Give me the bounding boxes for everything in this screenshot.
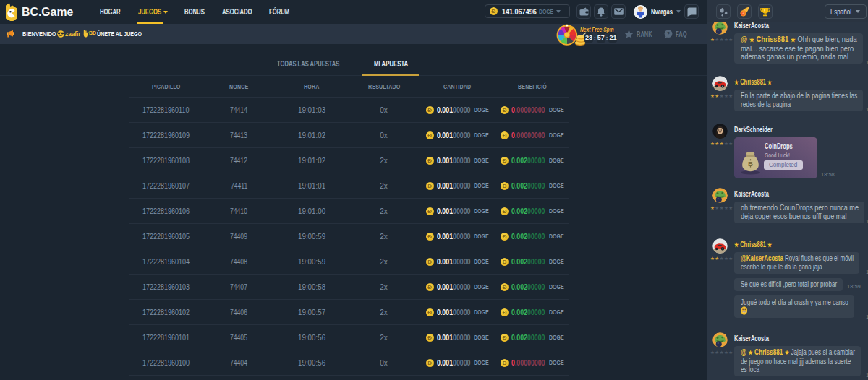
chat-username[interactable]: ★ Chriss881 ★ <box>734 78 773 86</box>
table-row[interactable]: 17222819601097441319:01:020xĐ0.00100000D… <box>129 123 569 148</box>
wallet-icon <box>579 7 589 16</box>
coindrops-completed-button[interactable]: Completed <box>764 160 803 170</box>
bet-hash: 1722281960107 <box>129 182 203 190</box>
bet-hash: 1722281960100 <box>129 359 203 367</box>
coindrops-subtitle: Good Luck! <box>765 152 789 159</box>
bet-time: 19:01:02 <box>276 131 348 139</box>
star-empty-icon: ★ <box>720 350 724 355</box>
chat-avatar[interactable] <box>712 238 728 254</box>
table-row[interactable]: 17222819601047440819:00:592xĐ0.00100000D… <box>129 249 569 275</box>
chat-sidebar: Español ★★★★★KaiserAcosta@ ★ Chriss881 ★… <box>707 0 868 380</box>
star-empty-icon: ★ <box>724 141 728 146</box>
coindrops-card[interactable]: BCoinDropsGood Luck!Completed18:58 <box>734 137 817 178</box>
table-row[interactable]: 17222819601107441419:01:030xĐ0.00100000D… <box>129 98 569 123</box>
balance-currency: DOGE <box>539 7 553 15</box>
doge-coin-icon: Đ <box>501 308 509 316</box>
bet-time: 19:01:01 <box>276 182 348 190</box>
mention[interactable]: @ ★ Chriss881 ★ <box>741 35 796 43</box>
chat-username[interactable]: ★ Chriss881 ★ <box>734 241 773 249</box>
brand-title[interactable]: BC.Game <box>22 5 73 19</box>
column-header: HORA <box>276 83 348 90</box>
chat-avatar[interactable] <box>712 332 728 347</box>
coindrops-title: CoinDrops <box>765 142 793 150</box>
sports-button[interactable] <box>716 4 731 19</box>
bet-time: 19:01:00 <box>276 207 348 215</box>
column-header: NONCE <box>203 83 276 90</box>
mention[interactable]: @KaiserAcosta <box>741 254 783 262</box>
faq-link[interactable]: ? FAQ <box>664 30 687 38</box>
money-bag-icon: B <box>740 151 761 175</box>
table-row[interactable]: 17222819601087441219:01:022xĐ0.00100000D… <box>129 148 569 173</box>
balance-selector[interactable]: Đ 141.067496 DOGE <box>485 4 570 18</box>
star-filled-icon: ★ <box>710 37 715 42</box>
user-rating-stars: ★★★★★ <box>710 141 731 146</box>
chat-username[interactable]: KaiserAcosta <box>734 22 769 30</box>
chat-bubble: @ ★ Chriss881 ★ Jajaja pues si a cambiar… <box>734 346 861 377</box>
crash-button[interactable] <box>737 4 752 19</box>
faq-label: FAQ <box>676 30 687 38</box>
chat-toggle-button[interactable] <box>684 4 699 19</box>
nav-item-bonus[interactable]: BONUS <box>184 0 205 24</box>
table-row[interactable]: 17222819601067441019:01:002xĐ0.00100000D… <box>129 199 569 224</box>
chat-username[interactable]: KaiserAcosta <box>734 334 769 342</box>
message-timestamp: 18:58 <box>821 171 835 178</box>
timer-seconds: 21 <box>608 33 617 43</box>
svg-text:B: B <box>748 159 753 167</box>
tab-all-bets[interactable]: TODAS LAS APUESTAS <box>277 60 340 68</box>
chat-bubbles: @ ★ Chriss881 ★ Jajaja pues si a cambiar… <box>734 346 865 380</box>
user-menu[interactable]: Nvargas <box>634 4 681 19</box>
wallet-button[interactable] <box>576 4 591 19</box>
bet-result: 2x <box>348 308 420 316</box>
bet-hash: 1722281960109 <box>129 131 203 139</box>
chat-bubble: @ ★ Chriss881 ★ Ohh que bien, nadamal...… <box>734 33 863 64</box>
bc-game-app: BC.Game HOGARJUEGOSBONUSASOCIADOFÓRUM Đ … <box>0 0 868 380</box>
nav-item-hogar[interactable]: HOGAR <box>100 0 121 24</box>
welcome-username[interactable]: zaafir <box>65 24 81 44</box>
bet-amount: Đ0.00100000DOGE <box>420 182 495 190</box>
star-emoji: ★ <box>748 349 752 356</box>
bet-time: 19:00:57 <box>276 308 348 316</box>
bet-hash: 1722281960105 <box>129 233 203 241</box>
chat-avatar[interactable] <box>712 76 728 91</box>
bet-result: 0x <box>348 131 420 139</box>
bet-hash: 1722281960102 <box>129 308 203 316</box>
bc-game-logo-icon[interactable] <box>5 3 17 21</box>
messages-button[interactable] <box>611 4 626 19</box>
doge-coin-icon: Đ <box>501 334 509 342</box>
tournament-button[interactable] <box>758 4 773 19</box>
user-rating-stars: ★★★★★ <box>710 205 731 210</box>
mention[interactable]: @ ★ Chriss881 ★ <box>741 347 789 356</box>
nav-item-juegos[interactable]: JUEGOS <box>138 0 168 24</box>
table-row[interactable]: 17222819601077441119:01:012xĐ0.00100000D… <box>129 173 569 199</box>
bet-amount: Đ0.00100000DOGE <box>420 233 495 241</box>
doge-coin-icon: Đ <box>501 182 509 190</box>
balance-amount: 141.067496 <box>502 7 536 16</box>
nav-item-label: HOGAR <box>100 8 121 16</box>
table-row[interactable]: 17222819601027440619:00:572xĐ0.00100000D… <box>129 300 569 325</box>
nav-item-asociado[interactable]: ASOCIADO <box>222 0 252 24</box>
tab-my-bets[interactable]: MI APUESTA <box>374 60 409 68</box>
table-row[interactable]: 17222819601007440419:00:560xĐ0.00100000D… <box>129 350 569 376</box>
table-row[interactable]: 17222819601037440719:00:582xĐ0.00100000D… <box>129 275 569 300</box>
bet-amount: Đ0.00100000DOGE <box>420 334 495 342</box>
rank-link[interactable]: RANK <box>624 30 652 38</box>
chat-avatar[interactable] <box>712 124 728 139</box>
notifications-button[interactable] <box>594 4 608 19</box>
language-selector[interactable]: Español <box>825 4 867 19</box>
chat-bubbles: En la parte de abajo de la pagina tienes… <box>734 90 865 116</box>
table-row[interactable]: 17222819601057440919:00:592xĐ0.00100000D… <box>129 224 569 249</box>
my-bets-table: PICADILLONONCEHORARESULTADOCANTIDADBENEF… <box>129 77 569 376</box>
bet-nonce: 74412 <box>203 157 276 165</box>
bet-result: 2x <box>348 258 420 266</box>
chat-bubbles: @ ★ Chriss881 ★ Ohh que bien, nadamal...… <box>734 33 865 69</box>
nav-item-frum[interactable]: FÓRUM <box>269 0 290 24</box>
star-emoji: ★ <box>749 36 754 43</box>
chat-avatar[interactable] <box>712 188 728 203</box>
chat-avatar[interactable] <box>712 22 728 35</box>
doge-coin-icon: Đ <box>501 283 509 291</box>
svg-text:?: ? <box>667 30 671 37</box>
chat-username[interactable]: KaiserAcosta <box>734 190 769 198</box>
chat-username[interactable]: DarkSchneider <box>734 126 773 134</box>
star-empty-icon: ★ <box>715 37 719 42</box>
table-row[interactable]: 17222819601017440519:00:562xĐ0.00100000D… <box>129 325 569 350</box>
